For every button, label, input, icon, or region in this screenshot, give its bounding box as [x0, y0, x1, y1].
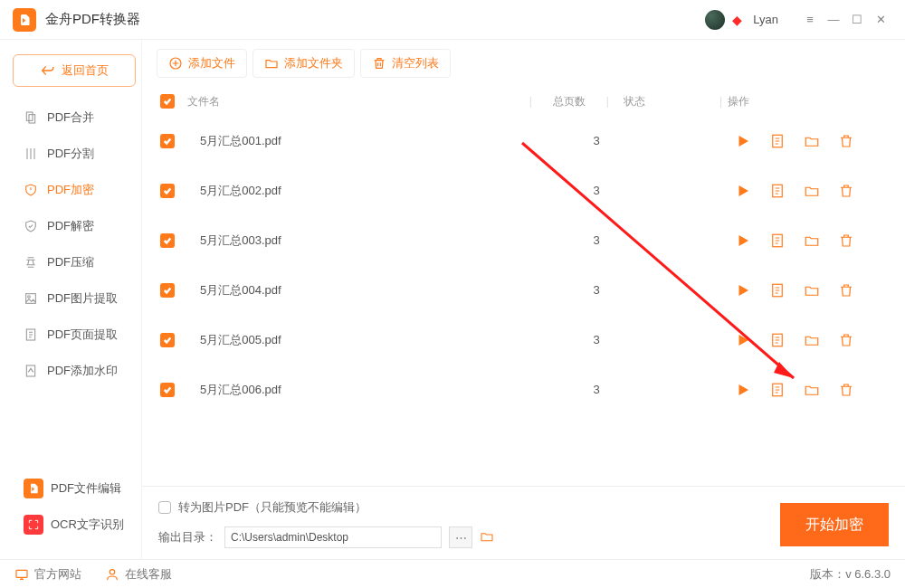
sidebar-bottom-item-0[interactable]: PDF文件编辑 — [7, 470, 141, 507]
sidebar-item-6[interactable]: PDF页面提取 — [7, 317, 141, 353]
sidebar-item-3[interactable]: PDF解密 — [7, 208, 141, 244]
sidebar-bottom-item-1[interactable]: OCR文字识别 — [7, 507, 141, 543]
sidebar-item-0[interactable]: PDF合并 — [7, 100, 141, 136]
row-preview-button[interactable] — [769, 332, 786, 348]
add-file-label: 添加文件 — [188, 55, 235, 71]
svg-rect-15 — [16, 570, 27, 577]
minimize-button[interactable]: — — [822, 8, 845, 32]
row-preview-button[interactable] — [769, 382, 786, 398]
row-preview-button[interactable] — [769, 232, 786, 249]
row-preview-button[interactable] — [769, 183, 786, 199]
table-row: 5月汇总004.pdf3 — [142, 265, 905, 315]
output-dir-input[interactable] — [224, 526, 442, 548]
row-open-folder-button[interactable] — [804, 232, 820, 249]
row-checkbox[interactable] — [160, 383, 175, 397]
row-checkbox[interactable] — [160, 134, 175, 148]
row-checkbox[interactable] — [160, 283, 175, 298]
sidebar: 返回首页 PDF合并PDF分割PDF加密PDF解密PDF压缩PDF图片提取PDF… — [0, 40, 141, 559]
image-pdf-checkbox[interactable] — [158, 501, 171, 514]
row-delete-button[interactable] — [838, 382, 854, 398]
sidebar-icon — [24, 147, 38, 161]
sidebar-item-7[interactable]: PDF添加水印 — [7, 353, 141, 389]
svg-rect-1 — [29, 115, 35, 123]
row-delete-button[interactable] — [838, 133, 854, 149]
row-play-button[interactable] — [735, 332, 751, 348]
row-checkbox[interactable] — [160, 233, 175, 248]
sidebar-item-label: PDF解密 — [47, 218, 94, 234]
sidebar-item-label: PDF加密 — [47, 182, 94, 198]
website-label: 官方网站 — [34, 566, 81, 583]
file-pages: 3 — [565, 134, 628, 147]
add-folder-label: 添加文件夹 — [284, 55, 343, 71]
row-open-folder-button[interactable] — [804, 282, 820, 299]
row-delete-button[interactable] — [838, 282, 854, 299]
row-checkbox[interactable] — [160, 333, 175, 347]
row-checkbox[interactable] — [160, 184, 175, 198]
official-website-link[interactable]: 官方网站 — [14, 566, 81, 583]
row-delete-button[interactable] — [838, 332, 854, 348]
file-pages: 3 — [565, 333, 628, 346]
row-preview-button[interactable] — [769, 133, 786, 149]
sidebar-bottom-label: PDF文件编辑 — [51, 480, 121, 497]
menu-button[interactable]: ≡ — [798, 8, 822, 32]
open-output-folder-button[interactable] — [480, 529, 494, 546]
app-title: 金舟PDF转换器 — [45, 11, 140, 28]
sidebar-item-label: PDF添加水印 — [47, 363, 118, 379]
maximize-button[interactable]: ☐ — [845, 8, 869, 32]
sidebar-icon — [24, 291, 38, 306]
add-folder-button[interactable]: 添加文件夹 — [252, 49, 355, 78]
sidebar-item-4[interactable]: PDF压缩 — [7, 244, 141, 280]
avatar[interactable] — [705, 10, 725, 30]
sidebar-item-1[interactable]: PDF分割 — [7, 136, 141, 172]
row-play-button[interactable] — [735, 232, 751, 249]
username-label[interactable]: Lyan — [753, 13, 778, 26]
file-pages: 3 — [565, 383, 628, 396]
sidebar-icon — [24, 110, 38, 125]
output-dir-label: 输出目录： — [158, 529, 217, 545]
sidebar-icon — [24, 327, 38, 342]
online-support-link[interactable]: 在线客服 — [105, 566, 172, 583]
col-pages: 总页数 — [538, 94, 601, 109]
row-delete-button[interactable] — [838, 183, 854, 199]
file-pages: 3 — [565, 233, 628, 247]
svg-rect-0 — [26, 112, 33, 120]
file-name: 5月汇总004.pdf — [187, 282, 565, 299]
sidebar-icon — [24, 255, 38, 270]
col-status: 状态 — [614, 94, 714, 109]
select-all-checkbox[interactable] — [160, 94, 175, 109]
row-open-folder-button[interactable] — [804, 183, 820, 199]
clear-list-button[interactable]: 清空列表 — [360, 49, 451, 78]
table-row: 5月汇总001.pdf3 — [142, 116, 905, 166]
row-play-button[interactable] — [735, 382, 751, 398]
add-file-button[interactable]: 添加文件 — [157, 49, 247, 78]
table-row: 5月汇总003.pdf3 — [142, 215, 905, 265]
col-ops: 操作 — [728, 94, 891, 109]
table-row: 5月汇总006.pdf3 — [142, 365, 905, 414]
row-open-folder-button[interactable] — [804, 332, 820, 348]
sidebar-bottom-label: OCR文字识别 — [51, 517, 124, 533]
sidebar-item-2[interactable]: PDF加密 — [7, 172, 141, 208]
start-encrypt-button[interactable]: 开始加密 — [780, 503, 889, 546]
row-delete-button[interactable] — [838, 232, 854, 249]
row-open-folder-button[interactable] — [804, 133, 820, 149]
file-pages: 3 — [565, 283, 628, 297]
svg-rect-2 — [26, 294, 36, 304]
sidebar-item-label: PDF压缩 — [47, 254, 94, 270]
row-preview-button[interactable] — [769, 282, 786, 299]
vip-diamond-icon[interactable]: ◆ — [732, 13, 742, 27]
sidebar-item-5[interactable]: PDF图片提取 — [7, 280, 141, 317]
file-pages: 3 — [565, 184, 628, 197]
row-play-button[interactable] — [735, 183, 751, 199]
sidebar-item-label: PDF页面提取 — [47, 327, 118, 343]
row-play-button[interactable] — [735, 133, 751, 149]
browse-button[interactable]: ⋯ — [449, 526, 472, 548]
row-play-button[interactable] — [735, 282, 751, 299]
back-home-button[interactable]: 返回首页 — [13, 54, 136, 87]
close-button[interactable]: ✕ — [869, 8, 892, 32]
file-name: 5月汇总003.pdf — [187, 232, 565, 249]
table-header: 文件名 | 总页数 | 状态 | 操作 — [142, 87, 905, 116]
image-pdf-label: 转为图片PDF（只能预览不能编辑） — [178, 499, 367, 516]
row-open-folder-button[interactable] — [804, 382, 820, 398]
version-text: 版本：v 6.6.3.0 — [810, 566, 891, 583]
sidebar-icon — [24, 219, 38, 233]
